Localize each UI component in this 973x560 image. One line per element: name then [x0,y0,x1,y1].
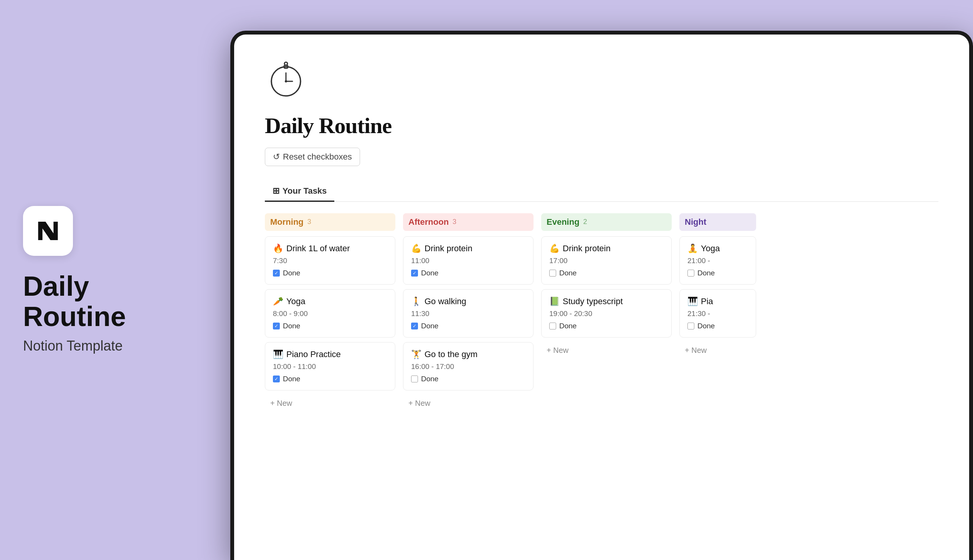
checkbox-checked[interactable] [273,375,280,382]
task-done-row[interactable]: Done [273,269,387,277]
done-label: Done [697,322,715,330]
device-frame: Daily Routine ↺ Reset checkboxes ⊞ Your … [230,31,973,560]
task-emoji: 🎹 [687,297,698,307]
right-panel: Daily Routine ↺ Reset checkboxes ⊞ Your … [222,0,973,560]
task-done-row[interactable]: Done [411,375,525,383]
checkbox-checked[interactable] [273,323,280,330]
task-card: 🎹Pia21:30 -Done [679,289,756,338]
task-time: 21:00 - [687,257,748,265]
task-title: 🎹Pia [687,297,748,307]
task-card: 💪Drink protein11:00Done [403,236,533,285]
new-button-morning[interactable]: + New [265,395,395,412]
task-name: Yoga [286,297,305,307]
task-title: 🥕Yoga [273,297,387,307]
task-emoji: 🎹 [273,350,283,359]
task-title: 🎹Piano Practice [273,350,387,359]
page-content: Daily Routine ↺ Reset checkboxes ⊞ Your … [234,35,969,560]
checkbox-unchecked[interactable] [687,323,694,330]
task-emoji: 🚶 [411,297,421,307]
task-time: 16:00 - 17:00 [411,362,525,371]
task-emoji: 🔥 [273,243,283,253]
task-time: 10:00 - 11:00 [273,362,387,371]
svg-point-6 [284,62,288,65]
checkbox-checked[interactable] [411,323,418,330]
task-done-row[interactable]: Done [549,269,664,277]
done-label: Done [283,322,300,330]
task-name: Drink protein [563,243,611,253]
task-card: 🎹Piano Practice10:00 - 11:00Done [265,342,395,390]
task-emoji: 💪 [411,243,421,253]
task-name: Piano Practice [286,350,341,359]
col-label-evening: Evening [547,217,580,227]
column-header-afternoon: Afternoon3 [403,213,533,231]
done-label: Done [421,269,438,277]
done-label: Done [421,322,438,330]
left-subtitle: Notion Template [23,338,200,354]
col-count-afternoon: 3 [453,218,456,226]
task-card: 🚶Go walking11:30Done [403,289,533,338]
task-title: 🔥Drink 1L of water [273,243,387,253]
new-button-afternoon[interactable]: + New [403,395,533,412]
tabs-row: ⊞ Your Tasks [265,182,938,202]
device-screen: Daily Routine ↺ Reset checkboxes ⊞ Your … [234,35,969,560]
checkbox-unchecked[interactable] [549,323,556,330]
column-header-morning: Morning3 [265,213,395,231]
notion-logo [23,206,73,256]
task-title: 📗Study typescript [549,297,664,307]
column-header-night: Night [679,213,756,231]
task-title: 🏋Go to the gym [411,350,525,359]
task-time: 19:00 - 20:30 [549,310,664,318]
task-card: 📗Study typescript19:00 - 20:30Done [541,289,672,338]
task-emoji: 💪 [549,243,560,253]
task-card: 💪Drink protein17:00Done [541,236,672,285]
task-done-row[interactable]: Done [273,322,387,330]
task-done-row[interactable]: Done [687,269,748,277]
column-afternoon: Afternoon3💪Drink protein11:00Done🚶Go wal… [403,213,533,412]
done-label: Done [283,269,300,277]
col-count-morning: 3 [308,218,311,226]
done-label: Done [697,269,715,277]
col-count-evening: 2 [583,218,587,226]
checkbox-checked[interactable] [273,270,280,277]
tab-your-tasks[interactable]: ⊞ Your Tasks [265,182,334,202]
new-button-evening[interactable]: + New [541,342,672,358]
done-label: Done [283,375,300,383]
new-button-night[interactable]: + New [679,342,756,358]
task-card: 🥕Yoga8:00 - 9:00Done [265,289,395,338]
task-done-row[interactable]: Done [273,375,387,383]
page-title: Daily Routine [265,113,938,138]
task-card: 🧘Yoga21:00 -Done [679,236,756,285]
task-emoji: 📗 [549,297,560,307]
task-name: Drink protein [425,243,473,253]
task-title: 💪Drink protein [549,243,664,253]
task-title: 💪Drink protein [411,243,525,253]
task-time: 8:00 - 9:00 [273,310,387,318]
task-name: Go to the gym [425,350,478,359]
checkbox-unchecked[interactable] [687,270,694,277]
task-done-row[interactable]: Done [549,322,664,330]
task-name: Yoga [701,243,720,253]
task-done-row[interactable]: Done [411,269,525,277]
reset-label: Reset checkboxes [283,152,352,162]
col-label-afternoon: Afternoon [408,217,449,227]
task-time: 21:30 - [687,310,748,318]
clock-wrapper [265,58,938,101]
reset-checkboxes-button[interactable]: ↺ Reset checkboxes [265,148,360,166]
board: Morning3🔥Drink 1L of water7:30Done🥕Yoga8… [265,213,938,412]
reset-icon: ↺ [273,152,280,162]
task-done-row[interactable]: Done [411,322,525,330]
task-emoji: 🧘 [687,243,698,253]
tab-label: Your Tasks [283,186,327,196]
task-title: 🧘Yoga [687,243,748,253]
checkbox-unchecked[interactable] [411,375,418,382]
task-emoji: 🥕 [273,297,283,307]
left-title: Daily Routine [23,271,200,332]
checkbox-checked[interactable] [411,270,418,277]
column-morning: Morning3🔥Drink 1L of water7:30Done🥕Yoga8… [265,213,395,412]
task-done-row[interactable]: Done [687,322,748,330]
col-label-night: Night [685,217,706,227]
checkbox-unchecked[interactable] [549,270,556,277]
task-time: 17:00 [549,257,664,265]
column-evening: Evening2💪Drink protein17:00Done📗Study ty… [541,213,672,412]
done-label: Done [421,375,438,383]
